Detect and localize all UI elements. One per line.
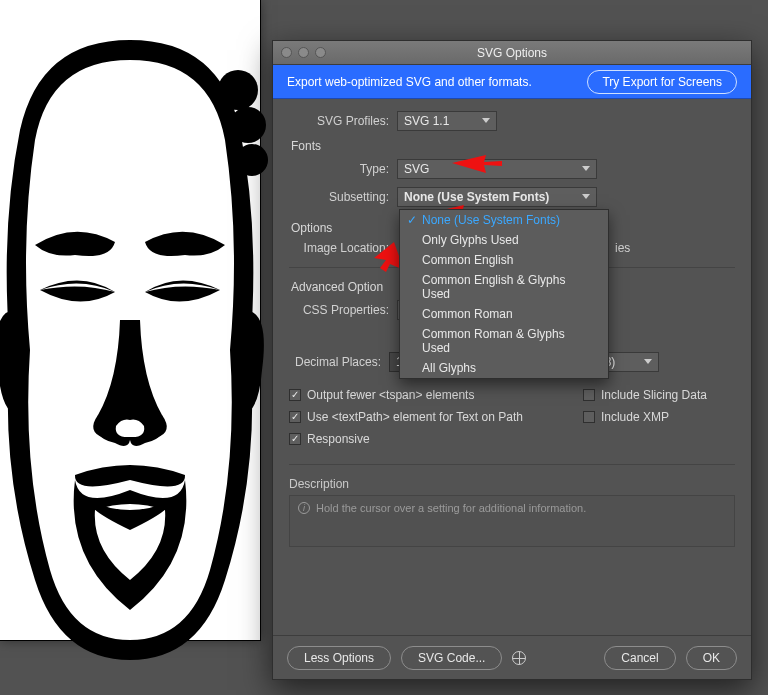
svg-profiles-label: SVG Profiles: — [289, 114, 397, 128]
svg-code-button[interactable]: SVG Code... — [401, 646, 502, 670]
ok-button[interactable]: OK — [686, 646, 737, 670]
subsetting-option[interactable]: All Glyphs — [400, 358, 608, 378]
banner-text: Export web-optimized SVG and other forma… — [287, 75, 532, 89]
font-type-select[interactable]: SVG — [397, 159, 597, 179]
cancel-button[interactable]: Cancel — [604, 646, 675, 670]
svg-point-3 — [69, 286, 87, 298]
use-textpath-checkbox[interactable] — [289, 411, 301, 423]
chevron-down-icon — [482, 118, 490, 123]
subsetting-option[interactable]: Common English — [400, 250, 608, 270]
subsetting-select[interactable]: None (Use System Fonts) — [397, 187, 597, 207]
artboard — [0, 0, 260, 640]
description-box: i Hold the cursor over a setting for add… — [289, 495, 735, 547]
svg-point-4 — [173, 286, 191, 298]
svg-profiles-select[interactable]: SVG 1.1 — [397, 111, 497, 131]
svg-point-1 — [230, 107, 266, 143]
font-type-label: Type: — [289, 162, 397, 176]
image-location-suffix: ies — [615, 241, 630, 255]
responsive-checkbox[interactable] — [289, 433, 301, 445]
artwork-face — [0, 20, 280, 660]
decimal-places-label: Decimal Places: — [289, 355, 389, 369]
fonts-heading: Fonts — [291, 139, 735, 153]
image-location-label: Image Location: — [289, 241, 397, 255]
globe-icon[interactable] — [512, 651, 526, 665]
dialog-title: SVG Options — [273, 46, 751, 60]
chevron-down-icon — [582, 194, 590, 199]
include-xmp-checkbox[interactable] — [583, 411, 595, 423]
svg-point-0 — [218, 70, 258, 110]
info-icon: i — [298, 502, 310, 514]
description-heading: Description — [289, 477, 735, 491]
output-tspan-checkbox[interactable] — [289, 389, 301, 401]
chevron-down-icon — [582, 166, 590, 171]
css-properties-label: CSS Properties: — [289, 303, 397, 317]
subsetting-option[interactable]: Common English & Glyphs Used — [400, 270, 608, 304]
canvas-area — [0, 0, 260, 640]
titlebar[interactable]: SVG Options — [273, 41, 751, 65]
subsetting-dropdown-menu: None (Use System Fonts) Only Glyphs Used… — [399, 209, 609, 379]
svg-options-dialog: SVG Options Export web-optimized SVG and… — [272, 40, 752, 680]
include-slicing-checkbox[interactable] — [583, 389, 595, 401]
subsetting-option[interactable]: Common Roman — [400, 304, 608, 324]
subsetting-label: Subsetting: — [289, 190, 397, 204]
subsetting-option[interactable]: Only Glyphs Used — [400, 230, 608, 250]
subsetting-option[interactable]: None (Use System Fonts) — [400, 210, 608, 230]
try-export-for-screens-button[interactable]: Try Export for Screens — [587, 70, 737, 94]
export-banner: Export web-optimized SVG and other forma… — [273, 65, 751, 99]
svg-point-2 — [236, 144, 268, 176]
chevron-down-icon — [644, 359, 652, 364]
dialog-body: SVG Profiles: SVG 1.1 Fonts Type: SVG Su… — [273, 99, 751, 635]
subsetting-option[interactable]: Common Roman & Glyphs Used — [400, 324, 608, 358]
dialog-footer: Less Options SVG Code... Cancel OK — [273, 635, 751, 679]
less-options-button[interactable]: Less Options — [287, 646, 391, 670]
